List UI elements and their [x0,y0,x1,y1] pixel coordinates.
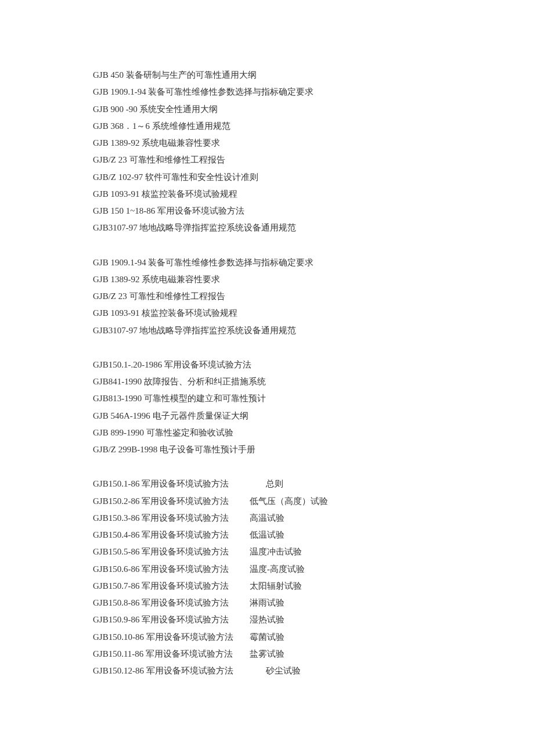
standard-description: 淋雨试验 [250,595,441,611]
standard-line: GJB/Z 299B-1998 电子设备可靠性预计手册 [93,441,441,458]
standard-row: GJB150.10-86 军用设备环境试验方法霉菌试验 [93,629,441,646]
standard-row: GJB150.6-86 军用设备环境试验方法温度-高度试验 [93,561,441,578]
standard-line: GJB 899-1990 可靠性鉴定和验收试验 [93,424,441,441]
standard-description: 低温试验 [250,527,441,543]
standard-code-title: GJB150.7-86 军用设备环境试验方法 [93,578,250,595]
standard-code-title: GJB150.10-86 军用设备环境试验方法 [93,629,250,646]
standard-code-title: GJB150.9-86 军用设备环境试验方法 [93,611,250,628]
standard-description: 湿热试验 [250,611,441,628]
standard-row: GJB150.1-86 军用设备环境试验方法总则 [93,476,441,492]
standard-line: GJB 900 -90 系统安全性通用大纲 [93,101,441,118]
standard-description: 太阳辐射试验 [250,578,441,595]
standard-line: GJB/Z 23 可靠性和维修性工程报告 [93,152,441,168]
standard-description: 总则 [250,476,441,492]
standard-code-title: GJB150.3-86 军用设备环境试验方法 [93,510,250,527]
standard-row: GJB150.8-86 军用设备环境试验方法淋雨试验 [93,595,441,611]
standard-row: GJB150.12-86 军用设备环境试验方法砂尘试验 [93,663,441,679]
standard-line: GJB/Z 102-97 软件可靠性和安全性设计准则 [93,169,441,186]
standard-description: 盐雾试验 [250,646,441,663]
standard-code-title: GJB150.8-86 军用设备环境试验方法 [93,595,250,611]
standard-code-title: GJB150.12-86 军用设备环境试验方法 [93,663,250,679]
standard-line: GJB3107-97 地地战略导弹指挥监控系统设备通用规范 [93,219,441,236]
standard-row: GJB150.4-86 军用设备环境试验方法低温试验 [93,527,441,543]
standard-row: GJB150.7-86 军用设备环境试验方法太阳辐射试验 [93,578,441,595]
standard-line: GJB 1093-91 核监控装备环境试验规程 [93,186,441,203]
standard-line: GJB 1389-92 系统电磁兼容性要求 [93,271,441,288]
standard-code-title: GJB150.6-86 军用设备环境试验方法 [93,561,250,578]
standard-description: 砂尘试验 [250,663,441,679]
standard-description: 低气压（高度）试验 [250,493,441,510]
standard-code-title: GJB150.4-86 军用设备环境试验方法 [93,527,250,543]
standard-line: GJB 450 装备研制与生产的可靠性通用大纲 [93,67,441,84]
standard-description: 温度-高度试验 [250,561,441,578]
standards-block-3: GJB150.1-.20-1986 军用设备环境试验方法GJB841-1990 … [93,357,441,459]
standard-line: GJB 150 1~18-86 军用设备环境试验方法 [93,203,441,219]
standard-description: 霉菌试验 [250,629,441,646]
standard-row: GJB150.2-86 军用设备环境试验方法低气压（高度）试验 [93,493,441,510]
standard-code-title: GJB150.2-86 军用设备环境试验方法 [93,493,250,510]
standard-row: GJB150.3-86 军用设备环境试验方法高温试验 [93,510,441,527]
standards-block-1: GJB 450 装备研制与生产的可靠性通用大纲GJB 1909.1-94 装备可… [93,67,441,237]
document-page: GJB 450 装备研制与生产的可靠性通用大纲GJB 1909.1-94 装备可… [0,0,534,756]
standard-line: GJB 1093-91 核监控装备环境试验规程 [93,305,441,322]
standard-line: GJB/Z 23 可靠性和维修性工程报告 [93,288,441,305]
standard-code-title: GJB150.1-86 军用设备环境试验方法 [93,476,250,492]
standard-line: GJB 1909.1-94 装备可靠性维修性参数选择与指标确定要求 [93,254,441,271]
standard-line: GJB841-1990 故障报告、分析和纠正措施系统 [93,373,441,390]
standard-description: 高温试验 [250,510,441,527]
standard-line: GJB 1389-92 系统电磁兼容性要求 [93,135,441,152]
standard-line: GJB 546A-1996 电子元器件质量保证大纲 [93,408,441,424]
standard-row: GJB150.5-86 军用设备环境试验方法温度冲击试验 [93,543,441,560]
standard-line: GJB3107-97 地地战略导弹指挥监控系统设备通用规范 [93,322,441,339]
standard-line: GJB150.1-.20-1986 军用设备环境试验方法 [93,357,441,373]
standard-row: GJB150.9-86 军用设备环境试验方法湿热试验 [93,611,441,628]
standard-code-title: GJB150.11-86 军用设备环境试验方法 [93,646,250,663]
standard-row: GJB150.11-86 军用设备环境试验方法盐雾试验 [93,646,441,663]
standards-block-2: GJB 1909.1-94 装备可靠性维修性参数选择与指标确定要求GJB 138… [93,254,441,339]
standards-block-4: GJB150.1-86 军用设备环境试验方法总则GJB150.2-86 军用设备… [93,476,441,679]
standard-line: GJB 1909.1-94 装备可靠性维修性参数选择与指标确定要求 [93,84,441,100]
standard-code-title: GJB150.5-86 军用设备环境试验方法 [93,543,250,560]
standard-line: GJB813-1990 可靠性模型的建立和可靠性预计 [93,390,441,407]
standard-line: GJB 368．1～6 系统维修性通用规范 [93,118,441,135]
standard-description: 温度冲击试验 [250,543,441,560]
